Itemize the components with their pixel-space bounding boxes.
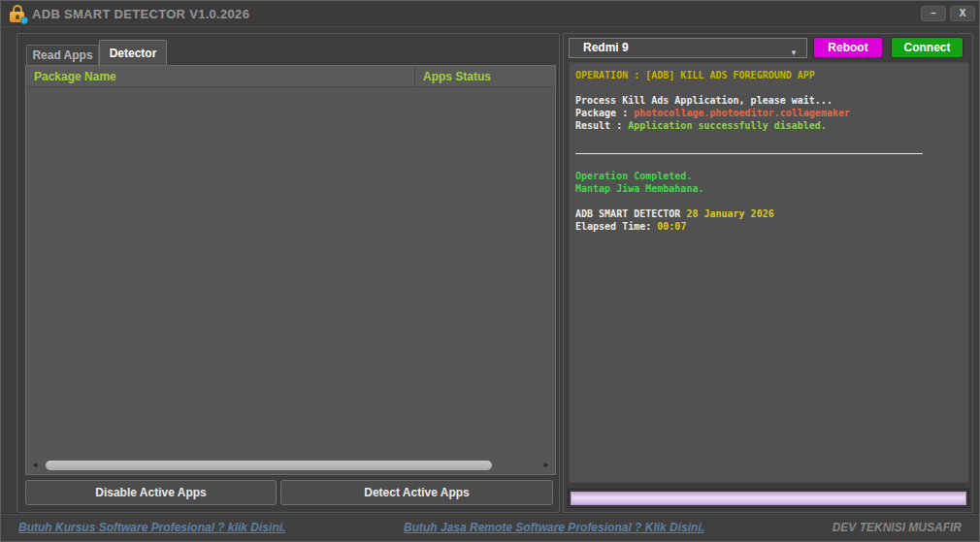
console-line: Process Kill Ads Application, please wai… bbox=[575, 94, 963, 107]
table-body bbox=[26, 87, 555, 457]
scroll-right-arrow-icon[interactable]: ► bbox=[542, 461, 550, 470]
console-line bbox=[575, 157, 963, 170]
scrollbar-thumb[interactable] bbox=[46, 461, 492, 470]
console-line: Result : Application successfully disabl… bbox=[575, 119, 963, 132]
device-dropdown[interactable]: Redmi 9 ▼ bbox=[569, 38, 807, 58]
close-button[interactable]: X bbox=[950, 6, 975, 21]
column-divider[interactable] bbox=[414, 66, 415, 87]
detect-active-apps-button[interactable]: Detect Active Apps bbox=[280, 480, 553, 505]
console-line: OPERATION : [ADB] KILL ADS FOREGROUND AP… bbox=[575, 69, 963, 81]
progress-bar-fill bbox=[571, 492, 966, 505]
console-divider-line bbox=[575, 144, 963, 157]
column-header-package-name[interactable]: Package Name bbox=[34, 66, 116, 87]
app-window: ADB SMART DETECTOR V1.0.2026 – X Read Ap… bbox=[0, 0, 980, 542]
minimize-button[interactable]: – bbox=[921, 6, 946, 21]
window-title: ADB SMART DETECTOR V1.0.2026 bbox=[32, 7, 249, 21]
console-line bbox=[575, 195, 963, 207]
chevron-down-icon: ▼ bbox=[790, 44, 798, 62]
apps-table: Package Name Apps Status ◄ ► bbox=[25, 65, 556, 475]
course-link[interactable]: Butuh Kursus Software Profesional ? klik… bbox=[18, 521, 285, 534]
console-line: Elapsed Time: 00:07 bbox=[575, 220, 963, 233]
device-dropdown-value: Redmi 9 bbox=[583, 41, 629, 54]
console-line: Package : photocollage.photoeditor.colla… bbox=[575, 107, 963, 119]
title-bar[interactable]: ADB SMART DETECTOR V1.0.2026 – X bbox=[1, 1, 979, 27]
lock-icon bbox=[9, 5, 27, 23]
console-line: Operation Completed. bbox=[575, 170, 963, 182]
console-line: Mantap Jiwa Membahana. bbox=[575, 182, 963, 195]
status-badge-dot bbox=[20, 16, 28, 24]
console-output: OPERATION : [ADB] KILL ADS FOREGROUND AP… bbox=[569, 62, 969, 483]
status-bar: Butuh Kursus Software Profesional ? klik… bbox=[1, 513, 979, 541]
table-header: Package Name Apps Status bbox=[26, 66, 555, 87]
console-line bbox=[575, 132, 963, 144]
console-line: ADB SMART DETECTOR 28 January 2026 bbox=[575, 207, 963, 220]
lock-keyhole bbox=[16, 15, 19, 19]
column-header-apps-status[interactable]: Apps Status bbox=[423, 66, 491, 87]
operation-panel: Redmi 9 ▼ Reboot Connect OPERATION : [AD… bbox=[563, 33, 973, 513]
reboot-button[interactable]: Reboot bbox=[813, 37, 883, 58]
progress-bar bbox=[568, 489, 969, 508]
scroll-left-arrow-icon[interactable]: ◄ bbox=[31, 461, 39, 470]
horizontal-scrollbar[interactable]: ◄ ► bbox=[26, 457, 555, 474]
developer-credit: DEV TEKNISI MUSAFIR bbox=[833, 521, 962, 534]
tab-detector[interactable]: Detector bbox=[99, 40, 167, 65]
tab-read-apps[interactable]: Read Apps bbox=[26, 45, 99, 65]
connect-button[interactable]: Connect bbox=[891, 37, 964, 58]
disable-active-apps-button[interactable]: Disable Active Apps bbox=[25, 480, 277, 505]
remote-service-link[interactable]: Butuh Jasa Remote Software Profesional ?… bbox=[404, 521, 704, 534]
apps-panel: Read Apps Detector Package Name Apps Sta… bbox=[16, 33, 560, 513]
console-line bbox=[575, 81, 963, 94]
